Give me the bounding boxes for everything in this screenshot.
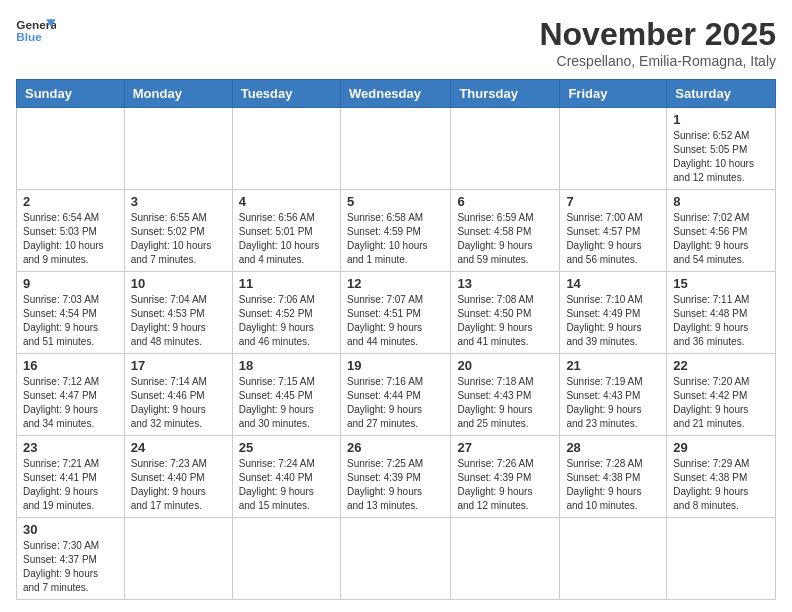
calendar-week-2: 2Sunrise: 6:54 AM Sunset: 5:03 PM Daylig… [17, 190, 776, 272]
day-number: 4 [239, 194, 334, 209]
day-number: 8 [673, 194, 769, 209]
day-info: Sunrise: 7:25 AM Sunset: 4:39 PM Dayligh… [347, 457, 444, 513]
day-number: 26 [347, 440, 444, 455]
calendar-week-3: 9Sunrise: 7:03 AM Sunset: 4:54 PM Daylig… [17, 272, 776, 354]
calendar-cell: 16Sunrise: 7:12 AM Sunset: 4:47 PM Dayli… [17, 354, 125, 436]
calendar-cell: 7Sunrise: 7:00 AM Sunset: 4:57 PM Daylig… [560, 190, 667, 272]
day-number: 14 [566, 276, 660, 291]
calendar-cell: 13Sunrise: 7:08 AM Sunset: 4:50 PM Dayli… [451, 272, 560, 354]
calendar-header-friday: Friday [560, 80, 667, 108]
day-info: Sunrise: 7:12 AM Sunset: 4:47 PM Dayligh… [23, 375, 118, 431]
day-info: Sunrise: 7:08 AM Sunset: 4:50 PM Dayligh… [457, 293, 553, 349]
day-number: 13 [457, 276, 553, 291]
day-number: 27 [457, 440, 553, 455]
day-number: 11 [239, 276, 334, 291]
calendar-cell: 9Sunrise: 7:03 AM Sunset: 4:54 PM Daylig… [17, 272, 125, 354]
calendar-cell: 3Sunrise: 6:55 AM Sunset: 5:02 PM Daylig… [124, 190, 232, 272]
calendar-header-wednesday: Wednesday [340, 80, 450, 108]
location: Crespellano, Emilia-Romagna, Italy [539, 53, 776, 69]
day-number: 20 [457, 358, 553, 373]
calendar-cell: 6Sunrise: 6:59 AM Sunset: 4:58 PM Daylig… [451, 190, 560, 272]
calendar-cell: 2Sunrise: 6:54 AM Sunset: 5:03 PM Daylig… [17, 190, 125, 272]
day-info: Sunrise: 7:00 AM Sunset: 4:57 PM Dayligh… [566, 211, 660, 267]
calendar-cell: 14Sunrise: 7:10 AM Sunset: 4:49 PM Dayli… [560, 272, 667, 354]
calendar-cell [124, 518, 232, 600]
calendar-cell [17, 108, 125, 190]
calendar-cell: 19Sunrise: 7:16 AM Sunset: 4:44 PM Dayli… [340, 354, 450, 436]
svg-text:Blue: Blue [16, 30, 42, 44]
day-number: 29 [673, 440, 769, 455]
day-number: 16 [23, 358, 118, 373]
day-number: 22 [673, 358, 769, 373]
calendar-cell [232, 108, 340, 190]
calendar-cell [124, 108, 232, 190]
day-info: Sunrise: 7:18 AM Sunset: 4:43 PM Dayligh… [457, 375, 553, 431]
day-info: Sunrise: 7:16 AM Sunset: 4:44 PM Dayligh… [347, 375, 444, 431]
day-number: 23 [23, 440, 118, 455]
day-info: Sunrise: 6:54 AM Sunset: 5:03 PM Dayligh… [23, 211, 118, 267]
day-number: 30 [23, 522, 118, 537]
day-number: 18 [239, 358, 334, 373]
calendar-header-sunday: Sunday [17, 80, 125, 108]
day-number: 6 [457, 194, 553, 209]
calendar-cell: 24Sunrise: 7:23 AM Sunset: 4:40 PM Dayli… [124, 436, 232, 518]
day-number: 10 [131, 276, 226, 291]
calendar-cell [560, 518, 667, 600]
calendar-cell: 29Sunrise: 7:29 AM Sunset: 4:38 PM Dayli… [667, 436, 776, 518]
calendar-cell: 15Sunrise: 7:11 AM Sunset: 4:48 PM Dayli… [667, 272, 776, 354]
calendar-week-6: 30Sunrise: 7:30 AM Sunset: 4:37 PM Dayli… [17, 518, 776, 600]
title-area: November 2025 Crespellano, Emilia-Romagn… [539, 16, 776, 69]
calendar-cell: 23Sunrise: 7:21 AM Sunset: 4:41 PM Dayli… [17, 436, 125, 518]
calendar-cell: 12Sunrise: 7:07 AM Sunset: 4:51 PM Dayli… [340, 272, 450, 354]
day-number: 25 [239, 440, 334, 455]
day-info: Sunrise: 7:29 AM Sunset: 4:38 PM Dayligh… [673, 457, 769, 513]
calendar-cell: 17Sunrise: 7:14 AM Sunset: 4:46 PM Dayli… [124, 354, 232, 436]
day-number: 1 [673, 112, 769, 127]
day-info: Sunrise: 6:58 AM Sunset: 4:59 PM Dayligh… [347, 211, 444, 267]
day-number: 7 [566, 194, 660, 209]
calendar-header-monday: Monday [124, 80, 232, 108]
calendar-cell [560, 108, 667, 190]
calendar-cell: 10Sunrise: 7:04 AM Sunset: 4:53 PM Dayli… [124, 272, 232, 354]
calendar-cell: 22Sunrise: 7:20 AM Sunset: 4:42 PM Dayli… [667, 354, 776, 436]
calendar-cell: 1Sunrise: 6:52 AM Sunset: 5:05 PM Daylig… [667, 108, 776, 190]
day-info: Sunrise: 6:55 AM Sunset: 5:02 PM Dayligh… [131, 211, 226, 267]
day-info: Sunrise: 6:52 AM Sunset: 5:05 PM Dayligh… [673, 129, 769, 185]
calendar-cell: 27Sunrise: 7:26 AM Sunset: 4:39 PM Dayli… [451, 436, 560, 518]
day-info: Sunrise: 7:28 AM Sunset: 4:38 PM Dayligh… [566, 457, 660, 513]
calendar-cell: 21Sunrise: 7:19 AM Sunset: 4:43 PM Dayli… [560, 354, 667, 436]
calendar-header-saturday: Saturday [667, 80, 776, 108]
day-number: 19 [347, 358, 444, 373]
day-number: 24 [131, 440, 226, 455]
calendar-cell: 30Sunrise: 7:30 AM Sunset: 4:37 PM Dayli… [17, 518, 125, 600]
calendar-cell [340, 518, 450, 600]
calendar-header-thursday: Thursday [451, 80, 560, 108]
day-info: Sunrise: 7:03 AM Sunset: 4:54 PM Dayligh… [23, 293, 118, 349]
day-number: 2 [23, 194, 118, 209]
calendar-cell [340, 108, 450, 190]
day-number: 17 [131, 358, 226, 373]
day-info: Sunrise: 7:15 AM Sunset: 4:45 PM Dayligh… [239, 375, 334, 431]
day-info: Sunrise: 6:59 AM Sunset: 4:58 PM Dayligh… [457, 211, 553, 267]
day-info: Sunrise: 7:19 AM Sunset: 4:43 PM Dayligh… [566, 375, 660, 431]
calendar-cell [451, 108, 560, 190]
day-number: 28 [566, 440, 660, 455]
day-info: Sunrise: 7:04 AM Sunset: 4:53 PM Dayligh… [131, 293, 226, 349]
calendar-cell [451, 518, 560, 600]
day-number: 9 [23, 276, 118, 291]
calendar-cell: 4Sunrise: 6:56 AM Sunset: 5:01 PM Daylig… [232, 190, 340, 272]
day-number: 12 [347, 276, 444, 291]
day-info: Sunrise: 7:10 AM Sunset: 4:49 PM Dayligh… [566, 293, 660, 349]
day-info: Sunrise: 7:14 AM Sunset: 4:46 PM Dayligh… [131, 375, 226, 431]
day-info: Sunrise: 7:02 AM Sunset: 4:56 PM Dayligh… [673, 211, 769, 267]
calendar-cell: 18Sunrise: 7:15 AM Sunset: 4:45 PM Dayli… [232, 354, 340, 436]
logo: General Blue [16, 16, 56, 46]
day-info: Sunrise: 7:20 AM Sunset: 4:42 PM Dayligh… [673, 375, 769, 431]
day-number: 15 [673, 276, 769, 291]
calendar-cell: 25Sunrise: 7:24 AM Sunset: 4:40 PM Dayli… [232, 436, 340, 518]
day-info: Sunrise: 7:30 AM Sunset: 4:37 PM Dayligh… [23, 539, 118, 595]
calendar-cell: 26Sunrise: 7:25 AM Sunset: 4:39 PM Dayli… [340, 436, 450, 518]
calendar-week-5: 23Sunrise: 7:21 AM Sunset: 4:41 PM Dayli… [17, 436, 776, 518]
calendar-header-row: SundayMondayTuesdayWednesdayThursdayFrid… [17, 80, 776, 108]
calendar-cell [667, 518, 776, 600]
